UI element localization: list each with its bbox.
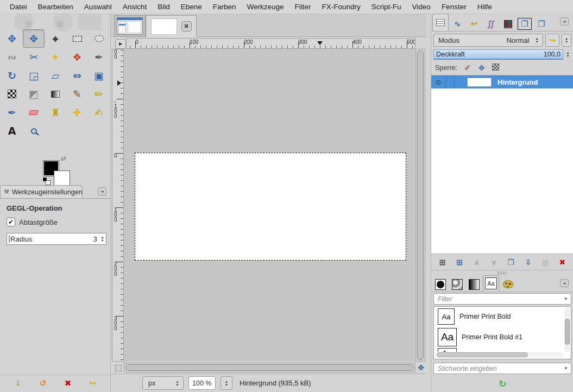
- image-layer-boundary[interactable]: [135, 153, 406, 261]
- background-color-swatch[interactable]: [54, 171, 70, 186]
- menu-item-auswahl[interactable]: Auswahl: [79, 1, 117, 12]
- panel-menu-button[interactable]: ◂: [560, 279, 569, 287]
- horizontal-scrollbar[interactable]: [124, 363, 415, 372]
- heal-tool[interactable]: ✚: [66, 103, 88, 122]
- tab-fonts[interactable]: Aa: [483, 275, 499, 292]
- tab-patterns[interactable]: [449, 277, 465, 292]
- menu-item-hilfe[interactable]: Hilfe: [472, 1, 498, 12]
- font-tags-input[interactable]: Stichworte eingeben ▾: [433, 363, 571, 374]
- paths-tool[interactable]: ✒: [88, 48, 110, 66]
- perspective-tool[interactable]: ⇔: [66, 66, 88, 85]
- clone-tool[interactable]: ♜: [45, 103, 66, 122]
- canvas-viewport[interactable]: [124, 49, 415, 362]
- menu-item-video[interactable]: Video: [407, 1, 436, 12]
- free-select-tool[interactable]: ∾: [1, 48, 23, 66]
- pencil-tool[interactable]: ✏: [88, 85, 110, 103]
- handle-transform-tool[interactable]: ▣: [88, 66, 110, 85]
- restore-preset-button[interactable]: ↺: [36, 377, 49, 390]
- menu-item-script-fu[interactable]: Script-Fu: [366, 1, 407, 12]
- delete-layer-button[interactable]: ✖: [556, 256, 569, 268]
- raise-layer-button[interactable]: ∧: [470, 256, 483, 268]
- calligraphy-pen-tool[interactable]: ✍: [88, 103, 110, 122]
- alignment-tool[interactable]: ⌖: [45, 29, 66, 48]
- paintbrush-tool[interactable]: ✎: [66, 85, 88, 103]
- radius-spinner[interactable]: ▴▾: [99, 236, 106, 242]
- tab-brushes[interactable]: [432, 277, 449, 292]
- fuzzy-select-tool[interactable]: ✦: [45, 48, 66, 66]
- mode-spinner[interactable]: ▴▾: [533, 37, 540, 43]
- panel-menu-button[interactable]: ◂: [560, 17, 569, 26]
- menu-item-ebene[interactable]: Ebene: [175, 1, 207, 12]
- menu-item-bild[interactable]: Bild: [152, 1, 175, 12]
- dock-separator[interactable]: [426, 14, 431, 392]
- zoom-entry[interactable]: 100 %: [188, 376, 216, 390]
- ellipse-select-tool[interactable]: [88, 29, 110, 48]
- eraser-tool[interactable]: [23, 103, 45, 122]
- opacity-slider[interactable]: Deckkraft 100,0: [433, 49, 563, 60]
- duplicate-layer-button[interactable]: ❐: [505, 256, 517, 268]
- tab-colormap[interactable]: [500, 17, 516, 31]
- layer-visibility-toggle[interactable]: ⊙: [431, 75, 446, 88]
- tab-paths[interactable]: ∿: [449, 17, 465, 31]
- bucket-fill-tool[interactable]: ◩: [23, 85, 45, 103]
- lock-position-toggle[interactable]: ✥: [478, 64, 485, 72]
- rectangle-select-tool[interactable]: [66, 29, 88, 48]
- lock-pixels-toggle[interactable]: ✐: [464, 64, 471, 72]
- rotate-tool[interactable]: ↻: [1, 66, 23, 85]
- scissors-select-tool[interactable]: ✂: [23, 48, 45, 66]
- vertical-ruler[interactable]: 2 0 0- 1 0 001 0 02 0 03 0 0: [112, 49, 124, 362]
- font-list-item[interactable]: AaPrimer Print Bold: [434, 307, 571, 326]
- layer-mask-button[interactable]: ▥: [539, 256, 551, 268]
- scale-tool[interactable]: ◲: [23, 66, 45, 85]
- panel-menu-button[interactable]: ◂: [98, 187, 106, 195]
- menu-item-datei[interactable]: Datei: [4, 1, 33, 12]
- menu-item-farben[interactable]: Farben: [207, 1, 242, 12]
- layer-mode-combo[interactable]: Modus Normal ▴▾: [433, 34, 543, 47]
- flip-tool[interactable]: [1, 85, 23, 103]
- sample-size-checkbox[interactable]: ✔: [7, 218, 15, 226]
- unit-spinner[interactable]: ▴▾: [174, 380, 181, 387]
- merge-down-button[interactable]: ⇩: [522, 256, 534, 268]
- lock-alpha-toggle[interactable]: [492, 64, 499, 72]
- tab-tool-presets[interactable]: ❒: [517, 17, 533, 31]
- select-by-color-tool[interactable]: ❖: [66, 48, 88, 66]
- layer-row[interactable]: ⊙Hintergrund: [431, 75, 573, 88]
- shear-tool[interactable]: ▱: [45, 66, 66, 85]
- new-layer-button[interactable]: ⊞: [436, 256, 449, 268]
- text-tool[interactable]: A: [1, 122, 23, 140]
- menu-item-werkzeuge[interactable]: Werkzeuge: [241, 1, 289, 12]
- tab-undo-history[interactable]: ↩: [466, 17, 482, 31]
- navigation-button[interactable]: ✥: [415, 362, 426, 374]
- refresh-fonts-button[interactable]: ↻: [499, 380, 506, 389]
- menu-item-fenster[interactable]: Fenster: [436, 1, 472, 12]
- new-group-button[interactable]: ⊞: [454, 256, 466, 268]
- reset-button[interactable]: ↪: [86, 377, 99, 390]
- font-list-vscrollbar[interactable]: [564, 308, 570, 352]
- font-filter-input[interactable]: Filter ▾: [433, 293, 571, 305]
- tab-layers[interactable]: [432, 14, 449, 31]
- opacity-spinner[interactable]: ▴▾: [564, 51, 571, 58]
- dock-splitter[interactable]: [431, 270, 573, 276]
- mode-space-spinner[interactable]: ▴▾: [562, 34, 571, 47]
- quick-mask-toggle[interactable]: [113, 363, 124, 374]
- vertical-scrollbar[interactable]: [415, 49, 425, 362]
- menu-item-fx-foundry[interactable]: FX-Foundry: [317, 1, 366, 12]
- close-icon[interactable]: ✖: [181, 21, 192, 31]
- image-tab-2[interactable]: ✖: [146, 15, 197, 37]
- font-list[interactable]: AaPrimer Print BoldAaPrimer Print Bold #…: [433, 306, 571, 359]
- move-tool[interactable]: ✥: [1, 29, 23, 48]
- tab-palettes[interactable]: [500, 277, 516, 292]
- menu-item-bearbeiten[interactable]: Bearbeiten: [33, 1, 79, 12]
- unit-combo[interactable]: px ▴▾: [142, 376, 184, 390]
- image-tab-1[interactable]: [114, 15, 146, 37]
- ink-tool[interactable]: ✒: [1, 103, 23, 122]
- swap-colors-icon[interactable]: ⇄: [61, 155, 66, 162]
- delete-preset-button[interactable]: ✖: [61, 377, 74, 390]
- horizontal-scrollbar-thumb[interactable]: [125, 364, 414, 371]
- tab-gradients[interactable]: [466, 277, 482, 292]
- move-tool-active[interactable]: ✥: [23, 29, 45, 48]
- gradient-tool[interactable]: [45, 85, 66, 103]
- tab-channels[interactable]: ∬: [483, 17, 499, 31]
- save-preset-button[interactable]: ⇓: [11, 377, 24, 390]
- canvas-menu-button[interactable]: ▶: [115, 39, 126, 49]
